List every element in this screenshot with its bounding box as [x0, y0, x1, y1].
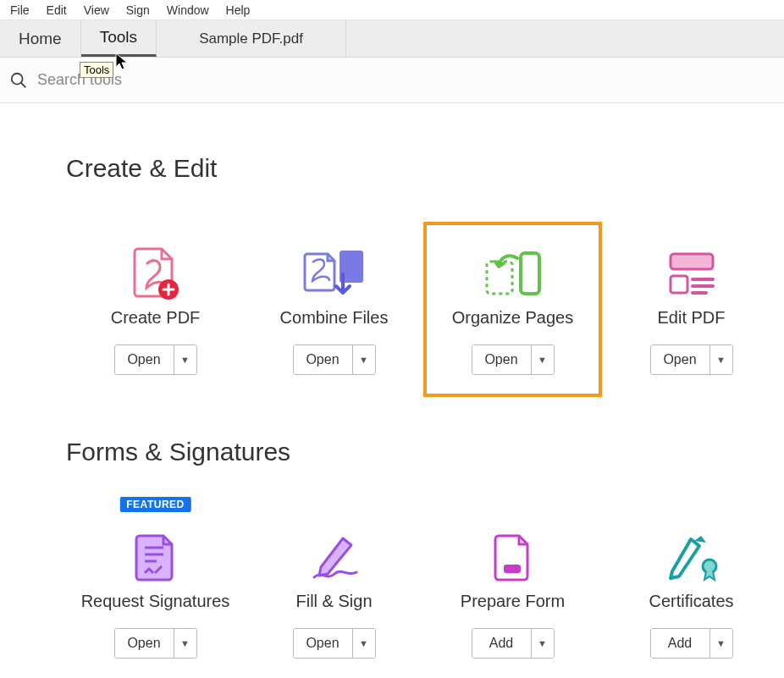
search-icon[interactable] [7, 69, 30, 92]
tool-edit-pdf[interactable]: Edit PDF Open ▼ [602, 222, 781, 397]
tool-request-signatures[interactable]: FEATURED Request Signatures Open ▼ [66, 505, 245, 678]
svg-point-0 [12, 73, 23, 84]
split-button: Open ▼ [472, 345, 555, 375]
tool-combine-files[interactable]: Combine Files Open ▼ [245, 222, 423, 397]
open-button[interactable]: Open [115, 629, 174, 658]
svg-rect-5 [521, 253, 539, 294]
menu-help[interactable]: Help [218, 2, 259, 19]
tool-label: Organize Pages [452, 308, 573, 328]
dropdown-button[interactable]: ▼ [353, 345, 375, 374]
dropdown-button[interactable]: ▼ [353, 629, 375, 658]
add-button[interactable]: Add [472, 629, 532, 658]
split-button: Open ▼ [650, 345, 733, 375]
fill-sign-icon [309, 526, 360, 588]
svg-point-15 [703, 559, 716, 573]
open-button[interactable]: Open [294, 629, 353, 658]
svg-rect-14 [504, 565, 521, 573]
dropdown-button[interactable]: ▼ [532, 629, 554, 658]
tab-tools[interactable]: Tools [81, 20, 157, 57]
request-signatures-icon [135, 526, 177, 588]
section-title-forms-signatures: Forms & Signatures [66, 438, 784, 466]
dropdown-button[interactable]: ▼ [532, 345, 554, 374]
svg-line-1 [21, 82, 26, 87]
certificates-icon [662, 526, 721, 588]
tab-bar: Home Tools Sample PDF.pdf [0, 20, 784, 58]
svg-rect-6 [671, 254, 713, 269]
split-button: Add ▼ [650, 628, 733, 659]
split-button: Open ▼ [114, 345, 197, 375]
svg-rect-7 [671, 276, 687, 293]
tool-fill-sign[interactable]: Fill & Sign Open ▼ [245, 505, 423, 678]
menu-edit[interactable]: Edit [38, 2, 75, 19]
tool-organize-pages[interactable]: Organize Pages Open ▼ [423, 222, 602, 397]
dropdown-button[interactable]: ▼ [174, 345, 196, 374]
split-button: Open ▼ [293, 628, 376, 659]
open-button[interactable]: Open [472, 345, 532, 374]
dropdown-button[interactable]: ▼ [174, 629, 196, 658]
open-button[interactable]: Open [651, 345, 710, 374]
combine-files-icon [302, 242, 367, 305]
tool-label: Prepare Form [461, 592, 565, 611]
edit-pdf-icon [665, 242, 718, 305]
dropdown-button[interactable]: ▼ [710, 345, 732, 374]
tool-label: Request Signatures [81, 592, 230, 611]
tool-certificates[interactable]: Certificates Add ▼ [602, 505, 781, 678]
featured-badge: FEATURED [119, 497, 190, 512]
tool-label: Edit PDF [657, 308, 725, 328]
menu-file[interactable]: File [2, 2, 38, 19]
search-bar [0, 58, 784, 103]
tooltip-tools: Tools [80, 62, 113, 78]
tool-grid-forms-signatures: FEATURED Request Signatures Open ▼ [66, 505, 784, 678]
tool-label: Create PDF [111, 308, 201, 328]
organize-pages-icon [483, 242, 543, 305]
tool-create-pdf[interactable]: Create PDF Open ▼ [66, 222, 245, 397]
open-button[interactable]: Open [115, 345, 174, 374]
search-input[interactable] [30, 71, 242, 89]
tab-document[interactable]: Sample PDF.pdf [157, 20, 346, 57]
menu-bar: File Edit View Sign Window Help [0, 0, 784, 20]
add-button[interactable]: Add [651, 629, 710, 658]
menu-window[interactable]: Window [158, 2, 218, 19]
create-pdf-icon [131, 242, 180, 305]
tool-grid-create-edit: Create PDF Open ▼ Combine Files Open ▼ [66, 222, 784, 397]
prepare-form-icon [494, 526, 533, 588]
open-button[interactable]: Open [294, 345, 353, 374]
split-button: Add ▼ [472, 628, 555, 659]
menu-view[interactable]: View [75, 2, 118, 19]
split-button: Open ▼ [114, 628, 197, 659]
section-title-create-edit: Create & Edit [66, 154, 784, 183]
menu-sign[interactable]: Sign [118, 2, 158, 19]
tool-label: Fill & Sign [295, 592, 372, 611]
tool-label: Certificates [649, 592, 733, 611]
tool-label: Combine Files [280, 308, 389, 328]
split-button: Open ▼ [293, 345, 376, 375]
dropdown-button[interactable]: ▼ [710, 629, 732, 658]
tool-prepare-form[interactable]: Prepare Form Add ▼ [423, 505, 602, 678]
tab-home[interactable]: Home [0, 20, 81, 57]
